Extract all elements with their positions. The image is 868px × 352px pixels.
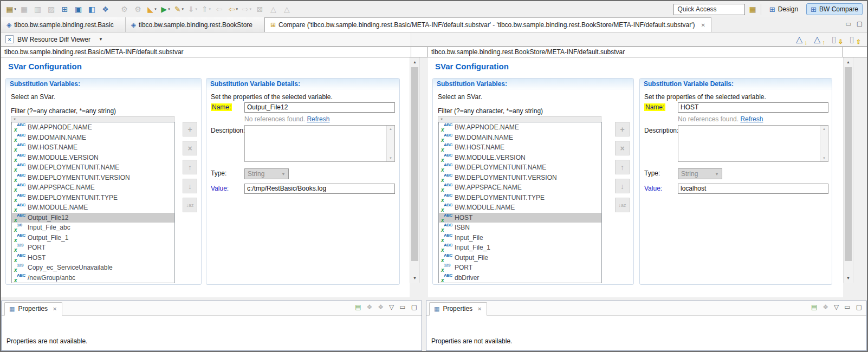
list-item[interactable]: 123xPORT (439, 263, 601, 273)
gears-icon[interactable]: ⚙ (132, 3, 145, 15)
minimize-editor-icon[interactable]: ▭ (845, 20, 851, 28)
save-icon[interactable]: ▦ (18, 3, 31, 15)
bw-application-icon[interactable]: ⊞ (59, 3, 72, 15)
list-item[interactable]: ABCxInput_File_1 (439, 243, 601, 253)
tab-properties[interactable]: ▦Properties✕ (429, 302, 487, 316)
list-item[interactable]: ABCx (439, 283, 601, 283)
value-input[interactable]: c:/tmp/RestBasic/Books.log (244, 184, 395, 194)
move-up-button[interactable]: ↑ (615, 160, 630, 174)
list-item[interactable]: ABCxISBN (439, 223, 601, 233)
close-tab-icon[interactable]: ✕ (701, 22, 705, 28)
scrollbar-thumb[interactable] (845, 67, 852, 261)
type-select[interactable]: String▼ (678, 168, 722, 179)
view-menu-icon[interactable]: ▽ (389, 304, 394, 310)
design-perspective-button[interactable]: ⊞Design (766, 3, 802, 15)
scroll-up-icon[interactable]: ▲ (389, 127, 392, 131)
list-item[interactable]: ABCxdbDriver (439, 273, 601, 283)
list-item[interactable]: ABCxBW.DEPLOYMENTUNIT.NAME (12, 162, 174, 173)
maximize-view-icon[interactable]: ▢ (856, 304, 862, 310)
value-input[interactable]: localhost (678, 184, 828, 194)
diff-viewer-selector[interactable]: X BW Resource Diff Viewer ▼ (1, 32, 411, 46)
maximize-view-icon[interactable]: ▢ (411, 304, 417, 310)
list-item[interactable]: ABCxBW.DOMAIN.NAME (439, 133, 601, 143)
maximize-editor-icon[interactable]: ▢ (857, 20, 863, 28)
scroll-up-icon[interactable]: ▲ (844, 60, 853, 64)
pin-view-icon-2[interactable]: ❖ (378, 304, 384, 310)
previous-annotation-icon[interactable]: △ (281, 3, 294, 15)
scroll-up-icon[interactable]: ▲ (410, 60, 419, 64)
list-item[interactable]: ABCxOutput_File12 (12, 213, 174, 223)
new-properties-view-icon[interactable]: ▤ (811, 304, 817, 310)
back-gray-icon[interactable]: ⇦ (213, 3, 226, 15)
bw-module-icon[interactable]: ▣ (72, 3, 86, 15)
list-item[interactable]: ABCxBW.DEPLOYMENTUNIT.NAME (439, 162, 601, 173)
list-item[interactable]: ABCxBW.MODULE.NAME (439, 203, 601, 213)
description-textarea[interactable]: ▲▼ (678, 125, 828, 162)
list-item[interactable]: ABCxBW.APPSPACE.NAME (12, 182, 174, 193)
tab-properties[interactable]: ▦Properties✕ (4, 302, 62, 316)
scroll-down-icon[interactable]: ▼ (410, 276, 419, 280)
save-all-icon[interactable]: ▥ (31, 3, 45, 15)
scroll-down-icon[interactable]: ▼ (844, 276, 853, 280)
run-pen-icon[interactable]: ✎▾ (172, 3, 186, 15)
export-step-icon[interactable]: ⇑▾ (199, 3, 213, 15)
list-item[interactable]: ABCx/newGroup/anbc (12, 273, 174, 283)
sort-svar-button[interactable]: ↓az (615, 198, 630, 212)
view-menu-icon[interactable]: ▽ (834, 304, 839, 310)
tab-compare[interactable]: ⊞Compare ('tibco.bw.sample.binding.rest.… (264, 17, 711, 32)
list-item[interactable]: ABCxBW.APPNODE.NAME (439, 122, 601, 133)
textarea-scrollbar[interactable]: ▲▼ (386, 126, 394, 161)
next-annotation-icon[interactable]: △ (267, 3, 281, 15)
name-input[interactable]: HOST (678, 102, 828, 113)
type-select[interactable]: String▼ (244, 168, 289, 179)
list-item[interactable]: ABCxBW.MODULE.VERSION (439, 153, 601, 163)
list-item[interactable]: ABCxBW.DEPLOYMENTUNIT.VERSION (439, 173, 601, 183)
list-item[interactable]: ABCxInput_File (439, 233, 601, 243)
list-item[interactable]: ABCxBW.HOST.NAME (12, 142, 174, 153)
add-svar-button[interactable]: + (615, 122, 630, 136)
list-item[interactable]: ABCxBW.DEPLOYMENTUNIT.TYPE (439, 193, 601, 203)
print-icon[interactable]: ▨ (45, 3, 59, 15)
left-pane-scrollbar[interactable]: ▲ ▼ (410, 57, 420, 283)
list-item[interactable]: ABCxBW.MODULE.VERSION (12, 153, 174, 163)
quick-access-input[interactable]: Quick Access (673, 4, 745, 15)
previous-change-icon[interactable]: ▯⇧ (849, 34, 860, 45)
list-item[interactable]: ABCxBW.HOST.NAME (439, 142, 601, 153)
debug-icon[interactable]: ▶▾ (159, 3, 172, 15)
minimize-view-icon[interactable]: ▭ (844, 304, 850, 310)
import-step-icon[interactable]: ⇓▾ (186, 3, 199, 15)
close-icon[interactable]: ✕ (53, 306, 57, 312)
scroll-down-icon[interactable]: ▼ (389, 157, 392, 160)
link-editors-icon[interactable]: ⊠ (254, 3, 267, 15)
list-item[interactable]: ABCxOutput_File (439, 253, 601, 263)
bw-policy-icon[interactable]: ❖ (99, 3, 113, 15)
list-item[interactable]: ABCxBW.DEPLOYMENTUNIT.TYPE (12, 193, 174, 203)
list-item[interactable]: 123xCopy_ec_ServiceUnavailable (12, 263, 174, 273)
tab-rest-basic[interactable]: ◈tibco.bw.sample.binding.rest.Basic (1, 17, 126, 32)
delete-svar-button[interactable]: × (615, 141, 630, 155)
list-item[interactable]: 1/0xInput_File_abc (12, 223, 174, 233)
bw-compare-perspective-button[interactable]: ⊞BW Compare (806, 3, 863, 15)
svar-list[interactable]: ABCxBW.APPNODE.NAMEABCxBW.DOMAIN.NAMEABC… (11, 122, 175, 283)
list-item[interactable]: ABCxBW.APPSPACE.NAME (439, 182, 601, 193)
right-pane-scrollbar[interactable]: ▲ ▼ (843, 57, 853, 283)
list-item[interactable]: ABCxOutput_File_1 (12, 233, 174, 243)
scroll-down-icon[interactable]: ▼ (822, 157, 826, 160)
move-up-button[interactable]: ↑ (183, 160, 197, 174)
refresh-link[interactable]: Refresh (307, 115, 329, 123)
move-down-button[interactable]: ↓ (615, 179, 630, 193)
list-item[interactable]: 123xPORT (12, 243, 174, 253)
list-item[interactable]: ABCxBW.DEPLOYMENTUNIT.VERSION (12, 173, 174, 183)
textarea-scrollbar[interactable]: ▲▼ (820, 126, 828, 161)
new-wizard-icon[interactable]: ▤▾ (4, 3, 18, 15)
delete-svar-button[interactable]: × (183, 141, 197, 155)
scrollbar-thumb[interactable] (411, 67, 418, 261)
chevron-down-icon[interactable]: ▼ (99, 37, 103, 42)
list-item[interactable]: ABCxHOST (439, 213, 601, 223)
close-icon[interactable]: ✕ (477, 306, 482, 312)
open-perspective-icon[interactable]: ▦ (749, 5, 756, 14)
back-icon[interactable]: ⇦▾ (226, 3, 240, 15)
list-item[interactable]: ABCxHOST (12, 253, 174, 263)
scroll-up-icon[interactable]: ▲ (822, 127, 826, 131)
new-properties-view-icon[interactable]: ▤ (355, 304, 361, 310)
